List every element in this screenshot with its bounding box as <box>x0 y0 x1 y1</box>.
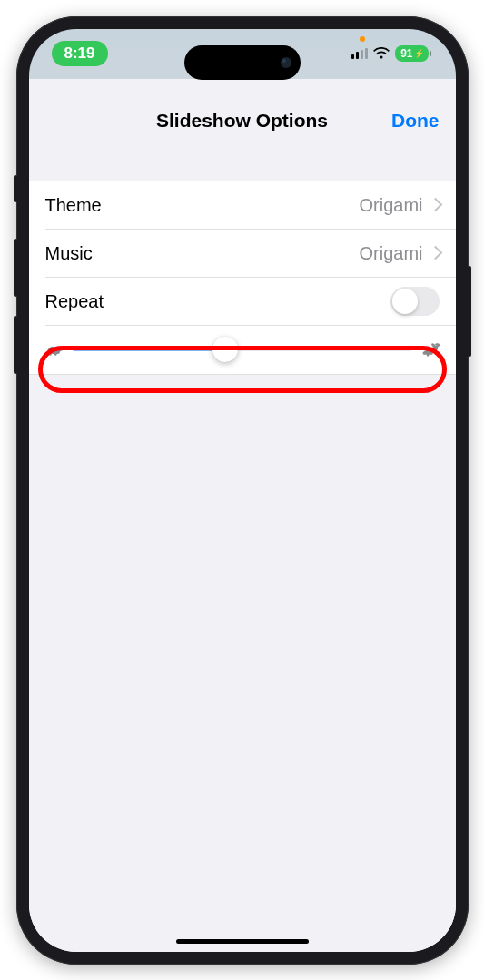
battery-icon: 91⚡ <box>395 45 428 62</box>
power-button <box>468 266 471 357</box>
microphone-indicator-icon <box>360 36 365 42</box>
cellular-icon <box>351 48 368 59</box>
row-label: Music <box>45 243 360 264</box>
repeat-toggle[interactable] <box>390 287 440 316</box>
volume-down-button <box>14 316 17 374</box>
phone-frame: 8:19 91⚡ <box>16 16 469 965</box>
content-background <box>29 375 456 952</box>
wifi-icon <box>373 47 390 60</box>
home-indicator[interactable] <box>176 939 309 944</box>
chevron-right-icon <box>432 199 440 211</box>
speed-slider-row <box>29 326 456 374</box>
done-button[interactable]: Done <box>391 110 440 132</box>
toggle-knob <box>392 289 418 314</box>
slider-track <box>73 348 412 351</box>
slider-thumb[interactable] <box>212 337 238 362</box>
row-label: Theme <box>45 195 360 216</box>
turtle-icon <box>45 340 64 358</box>
camera-icon <box>281 57 291 68</box>
theme-row[interactable]: Theme Origami <box>29 181 456 230</box>
repeat-row: Repeat <box>29 278 456 326</box>
battery-percent: 91 <box>400 47 412 60</box>
music-row[interactable]: Music Origami <box>29 230 456 278</box>
dynamic-island <box>184 45 301 80</box>
mute-switch <box>14 175 17 202</box>
charging-bolt-icon: ⚡ <box>414 49 424 58</box>
status-time: 8:19 <box>64 44 95 63</box>
volume-up-button <box>14 239 17 297</box>
row-value: Origami <box>359 195 422 216</box>
page-title: Slideshow Options <box>45 110 440 132</box>
screen: 8:19 91⚡ <box>29 29 456 952</box>
row-value: Origami <box>359 243 422 264</box>
status-icons: 91⚡ <box>351 45 428 62</box>
rabbit-icon <box>421 340 440 358</box>
header: Slideshow Options Done <box>29 79 456 181</box>
speed-slider[interactable] <box>73 336 412 363</box>
time-pill[interactable]: 8:19 <box>52 41 108 66</box>
slider-fill <box>73 348 225 351</box>
chevron-right-icon <box>432 247 440 260</box>
options-list: Theme Origami Music Origami Repeat <box>29 181 456 375</box>
row-label: Repeat <box>45 291 390 312</box>
